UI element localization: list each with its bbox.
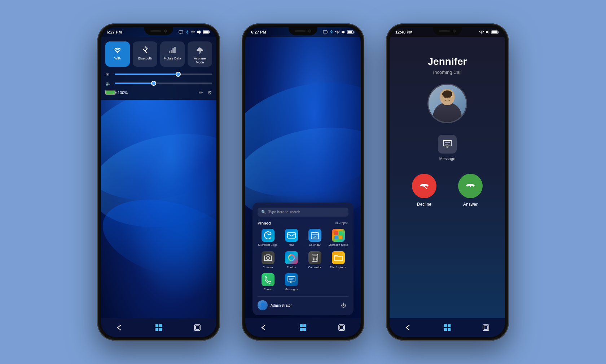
- back-button-3[interactable]: [402, 321, 415, 334]
- bluetooth-icon: [142, 46, 148, 54]
- app-calculator[interactable]: Calculator: [304, 251, 325, 269]
- power-button-start[interactable]: ⏻: [338, 300, 348, 310]
- front-camera-3: [453, 30, 456, 32]
- bluetooth-tile-icon: [140, 45, 150, 55]
- svg-rect-29: [339, 236, 342, 239]
- edit-icon[interactable]: ✏: [199, 90, 203, 96]
- message-button[interactable]: [438, 135, 457, 154]
- start-search-box[interactable]: 🔍 Type here to search: [258, 208, 348, 217]
- pinned-label: Pinned: [258, 221, 271, 225]
- settings-icon[interactable]: ⚙: [207, 90, 212, 96]
- answer-label: Answer: [463, 202, 478, 207]
- caller-photo: [429, 85, 466, 122]
- messages-app-icon: [285, 273, 298, 286]
- svg-point-39: [316, 259, 317, 260]
- wifi-tile-label: WiFi: [114, 57, 121, 61]
- volume-fill: [115, 83, 154, 84]
- bluetooth-tile-label: Bluetooth: [138, 57, 152, 61]
- brightness-icon: ☀: [105, 72, 112, 77]
- signal-bars-icon: [169, 47, 176, 53]
- wifi-tile[interactable]: WiFi: [105, 41, 130, 67]
- svg-rect-50: [492, 31, 497, 33]
- recent-button-1[interactable]: [191, 321, 204, 334]
- search-icon-start: 🔍: [261, 210, 266, 214]
- file-explorer-label: File Explorer: [330, 266, 346, 269]
- status-icons-1: [179, 30, 211, 34]
- user-row: 👤 Administrator ⏻: [258, 296, 348, 310]
- back-button-2[interactable]: [258, 321, 271, 334]
- volume-icon: 🔈: [105, 81, 112, 86]
- svg-rect-57: [448, 324, 451, 327]
- all-apps-button[interactable]: All Apps ›: [335, 221, 348, 225]
- mail-icon-svg: [287, 232, 296, 239]
- airplane-label: Airplane Mode: [190, 57, 210, 65]
- airplane-icon-svg: [196, 46, 204, 54]
- app-files[interactable]: File Explorer: [328, 251, 348, 269]
- svg-point-37: [313, 259, 314, 260]
- svg-point-36: [316, 257, 317, 258]
- app-phone[interactable]: Phone: [258, 273, 278, 291]
- app-photos[interactable]: Photos: [281, 251, 302, 269]
- wifi-tile-icon: [113, 45, 123, 55]
- svg-rect-12: [159, 324, 162, 327]
- volume-thumb[interactable]: [151, 81, 156, 86]
- svg-point-38: [314, 259, 315, 260]
- messages-status-icon: [179, 30, 183, 34]
- phone-1: 6:27 PM: [97, 23, 220, 341]
- svg-marker-47: [486, 30, 488, 34]
- files-icon: [332, 251, 345, 264]
- mail-icon: [285, 229, 298, 242]
- home-button-2[interactable]: [297, 321, 309, 334]
- svg-rect-17: [323, 31, 327, 33]
- mobile-data-tile[interactable]: Mobile Data: [160, 41, 185, 67]
- back-icon-1: [117, 325, 124, 330]
- app-edge[interactable]: Microsoft Edge: [258, 229, 278, 247]
- svg-rect-26: [334, 231, 338, 235]
- brightness-thumb[interactable]: [176, 72, 181, 77]
- edge-icon: [262, 229, 275, 242]
- app-camera[interactable]: Camera: [258, 251, 278, 269]
- all-apps-text: All Apps: [335, 221, 347, 225]
- app-store[interactable]: Microsoft Store: [328, 229, 348, 247]
- back-icon-2: [261, 325, 268, 330]
- speaker: [150, 30, 161, 32]
- recent-button-3[interactable]: [479, 321, 492, 334]
- recent-button-2[interactable]: [335, 321, 348, 334]
- home-button-3[interactable]: [441, 321, 454, 334]
- volume-slider[interactable]: [115, 83, 212, 84]
- app-calendar[interactable]: 14 Calendar: [304, 229, 325, 247]
- brightness-slider[interactable]: [115, 74, 212, 75]
- airplane-tile[interactable]: Airplane Mode: [188, 41, 212, 67]
- front-camera: [164, 30, 167, 32]
- phone-app-icon: [262, 273, 275, 286]
- svg-point-46: [481, 34, 482, 34]
- bluetooth-status-icon: [185, 30, 189, 34]
- caller-avatar: [427, 84, 467, 123]
- svg-rect-21: [354, 32, 355, 33]
- call-screen: Jennifer Incoming Call: [390, 27, 505, 337]
- svg-rect-45: [340, 326, 343, 329]
- phone-3: 12:40 PM: [386, 23, 509, 341]
- recent-icon-1: [194, 324, 201, 331]
- qs-action-btns: ✏ ⚙: [199, 90, 212, 96]
- app-mail[interactable]: Mail: [281, 229, 302, 247]
- camera-notch-3: [433, 27, 462, 35]
- back-button-1[interactable]: [114, 321, 127, 334]
- start-menu: 🔍 Type here to search Pinned All Apps ›: [252, 203, 354, 315]
- bluetooth-tile[interactable]: Bluetooth: [133, 41, 157, 67]
- answer-button[interactable]: [458, 174, 483, 198]
- battery-fill: [106, 91, 115, 94]
- message-label: Message: [439, 156, 456, 161]
- user-name: Administrator: [271, 303, 292, 307]
- windows-icon-1: [155, 324, 162, 331]
- svg-point-54: [442, 90, 452, 98]
- avatar-face: [440, 90, 455, 106]
- app-messages[interactable]: Messages: [281, 273, 302, 291]
- decline-button[interactable]: [412, 174, 436, 198]
- edge-icon-svg: [264, 231, 272, 240]
- home-button-1[interactable]: [152, 321, 165, 334]
- answer-action: Answer: [458, 174, 483, 207]
- camera-notch: [144, 27, 173, 35]
- search-placeholder: Type here to search: [268, 210, 300, 214]
- svg-rect-11: [155, 324, 158, 327]
